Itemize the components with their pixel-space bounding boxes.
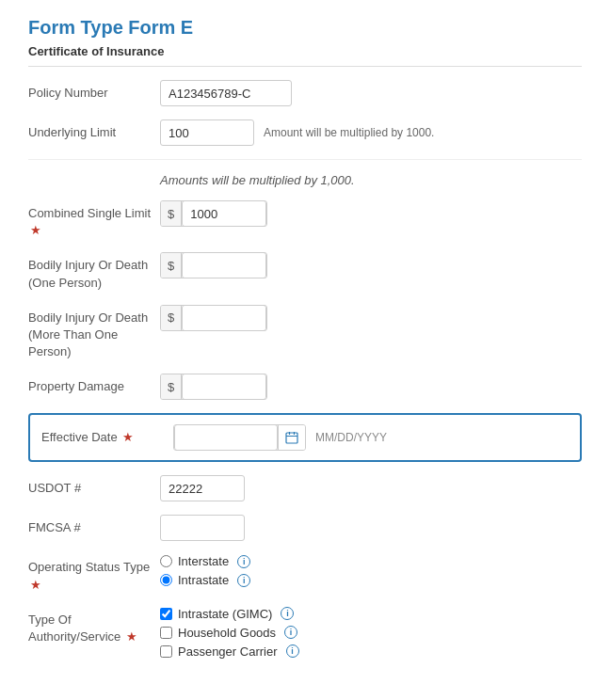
operating-status-radio-group: Interstate i Intrastate i [160, 554, 250, 587]
property-damage-symbol: $ [161, 374, 182, 399]
combined-currency-wrapper: $ [160, 200, 267, 227]
authority-required: ★ [126, 629, 137, 644]
usdot-row: USDOT # [28, 475, 582, 501]
passenger-carrier-checkbox[interactable] [160, 645, 172, 658]
bodily-injury-more-row: Bodily Injury Or Death (More Than One Pe… [28, 305, 582, 361]
intrastate-gimc-option[interactable]: Intrastate (GIMC) i [160, 607, 299, 621]
combined-single-limit-input[interactable] [182, 200, 266, 227]
effective-date-label: Effective Date ★ [41, 429, 173, 446]
usdot-label: USDOT # [28, 475, 160, 497]
underlying-limit-controls: Amount will be multiplied by 1000. [160, 119, 582, 146]
property-damage-input[interactable] [182, 374, 266, 400]
svg-rect-0 [286, 433, 297, 443]
operating-status-required: ★ [30, 578, 41, 592]
policy-number-row: Policy Number [28, 80, 582, 106]
amounts-note: Amounts will be multiplied by 1,000. [160, 173, 582, 187]
intrastate-radio[interactable] [160, 574, 172, 586]
bodily-injury-one-row: Bodily Injury Or Death (One Person) $ [28, 252, 582, 291]
section-divider [28, 66, 582, 67]
household-goods-label: Household Goods [178, 626, 276, 640]
bodily-injury-more-label: Bodily Injury Or Death (More Than One Pe… [28, 305, 160, 361]
operating-status-label: Operating Status Type ★ [28, 554, 160, 593]
usdot-input[interactable] [160, 475, 245, 501]
intrastate-info-icon[interactable]: i [237, 574, 250, 587]
calendar-button[interactable] [278, 425, 305, 450]
fmcsa-input[interactable] [160, 515, 245, 541]
passenger-carrier-option[interactable]: Passenger Carrier i [160, 644, 299, 659]
bodily-injury-one-symbol: $ [161, 253, 182, 278]
authority-checkbox-group: Intrastate (GIMC) i Household Goods i Pa… [160, 607, 299, 659]
combined-single-limit-label: Combined Single Limit ★ [28, 200, 160, 239]
authority-service-row: Type Of Authority/Service ★ Intrastate (… [28, 607, 582, 659]
policy-number-label: Policy Number [28, 80, 160, 102]
section-title: Certificate of Insurance [28, 44, 582, 58]
fmcsa-row: FMCSA # [28, 515, 582, 541]
combined-single-limit-controls: $ [160, 200, 582, 227]
authority-service-label: Type Of Authority/Service ★ [28, 607, 160, 645]
intrastate-gimc-label: Intrastate (GIMC) [178, 607, 272, 621]
underlying-limit-hint: Amount will be multiplied by 1000. [264, 126, 434, 139]
household-goods-info-icon[interactable]: i [284, 626, 297, 639]
bodily-injury-more-wrapper: $ [160, 305, 267, 331]
underlying-limit-input[interactable] [160, 119, 254, 146]
effective-date-required: ★ [122, 430, 134, 444]
bodily-injury-one-label: Bodily Injury Or Death (One Person) [28, 252, 160, 291]
intrastate-option[interactable]: Intrastate i [160, 573, 250, 587]
property-damage-controls: $ [160, 374, 582, 400]
passenger-carrier-label: Passenger Carrier [178, 644, 278, 659]
effective-date-controls: MM/DD/YYYY [173, 424, 569, 451]
intrastate-gimc-checkbox[interactable] [160, 608, 172, 620]
authority-service-controls: Intrastate (GIMC) i Household Goods i Pa… [160, 607, 582, 659]
form-title: Form Type Form E [28, 17, 582, 39]
fmcsa-controls [160, 515, 582, 541]
date-input-wrapper [173, 424, 306, 451]
bodily-injury-more-controls: $ [160, 305, 582, 331]
intrastate-label: Intrastate [178, 573, 229, 587]
effective-date-row: Effective Date ★ MM/DD/YYYY [28, 413, 582, 462]
household-goods-option[interactable]: Household Goods i [160, 626, 299, 640]
underlying-limit-row: Underlying Limit Amount will be multipli… [28, 119, 582, 146]
operating-status-row: Operating Status Type ★ Interstate i Int… [28, 554, 582, 593]
interstate-label: Interstate [178, 554, 229, 568]
usdot-controls [160, 475, 582, 501]
operating-status-controls: Interstate i Intrastate i [160, 554, 582, 587]
bodily-injury-one-controls: $ [160, 252, 582, 278]
interstate-radio[interactable] [160, 555, 172, 567]
property-damage-label: Property Damage [28, 374, 160, 395]
fmcsa-label: FMCSA # [28, 515, 160, 536]
bodily-injury-more-input[interactable] [182, 305, 266, 331]
passenger-carrier-info-icon[interactable]: i [286, 644, 299, 658]
bodily-injury-one-wrapper: $ [160, 252, 267, 278]
effective-date-input[interactable] [174, 424, 278, 451]
bodily-injury-more-symbol: $ [161, 306, 182, 330]
combined-single-limit-row: Combined Single Limit ★ $ [28, 200, 582, 239]
combined-required-marker: ★ [30, 223, 41, 237]
bodily-injury-one-input[interactable] [182, 252, 266, 278]
policy-number-input[interactable] [160, 80, 292, 106]
policy-number-controls [160, 80, 582, 106]
amounts-divider [28, 159, 582, 160]
interstate-info-icon[interactable]: i [237, 555, 250, 568]
household-goods-checkbox[interactable] [160, 627, 172, 639]
property-damage-wrapper: $ [160, 374, 267, 400]
underlying-limit-label: Underlying Limit [28, 119, 160, 141]
intrastate-gimc-info-icon[interactable]: i [281, 607, 294, 620]
calendar-icon [285, 431, 298, 444]
date-format-hint: MM/DD/YYYY [315, 431, 387, 444]
combined-currency-symbol: $ [161, 201, 182, 226]
interstate-option[interactable]: Interstate i [160, 554, 250, 568]
property-damage-row: Property Damage $ [28, 374, 582, 400]
